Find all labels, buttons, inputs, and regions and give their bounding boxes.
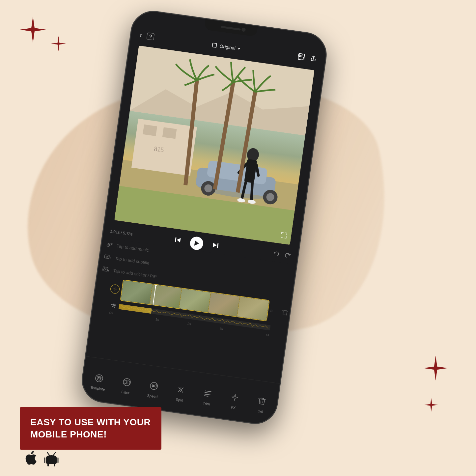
time-display: 1.01s / 5.78s	[110, 229, 140, 237]
svg-rect-8	[143, 125, 157, 136]
split-icon	[173, 382, 188, 397]
svg-rect-3	[299, 56, 304, 59]
svg-text:+: +	[107, 268, 110, 273]
svg-rect-9	[162, 127, 177, 139]
undo-redo-buttons	[272, 250, 292, 260]
fx-label: FX	[231, 405, 236, 410]
svg-text:+: +	[109, 256, 112, 261]
toolbar-fx[interactable]: FX	[227, 390, 242, 410]
svg-point-46	[126, 380, 130, 384]
template-label: Template	[90, 385, 105, 391]
aspect-icon	[211, 42, 217, 48]
trim-label: Trim	[203, 401, 210, 406]
back-icon[interactable]: ‹	[139, 30, 143, 40]
add-clip-button[interactable]: +	[110, 284, 120, 294]
toolbar-template[interactable]: Template	[90, 371, 107, 391]
redo-button[interactable]	[284, 252, 292, 261]
chevron-down-icon: ▾	[238, 46, 240, 51]
subtitle-icon: +	[102, 251, 113, 263]
toolbar-trim[interactable]: Trim	[200, 386, 215, 406]
svg-marker-34	[212, 242, 217, 247]
speed-icon	[146, 378, 161, 393]
skip-forward-button[interactable]	[211, 241, 219, 250]
svg-line-53	[261, 400, 261, 403]
toolbar-split[interactable]: Split	[173, 382, 188, 403]
toolbar-delete[interactable]: Del	[254, 394, 269, 414]
music-icon: +	[104, 239, 115, 250]
svg-line-50	[205, 392, 209, 393]
speed-label: Speed	[147, 393, 158, 399]
video-preview: 815	[114, 45, 314, 245]
svg-line-37	[106, 256, 108, 256]
scene-svg: 815	[114, 45, 314, 245]
fx-icon	[227, 390, 242, 405]
svg-line-51	[205, 394, 210, 395]
share-icon[interactable]	[309, 54, 318, 64]
svg-rect-36	[104, 255, 109, 259]
svg-line-38	[105, 257, 107, 257]
svg-line-52	[205, 396, 208, 396]
android-icon	[43, 451, 59, 468]
svg-line-60	[53, 453, 55, 455]
svg-rect-0	[212, 43, 217, 47]
sticker-icon: +	[100, 264, 111, 275]
skip-back-button[interactable]	[174, 236, 181, 245]
top-bar-center[interactable]: Original ▾	[211, 42, 240, 51]
help-icon[interactable]: ?	[147, 32, 155, 40]
fullscreen-button[interactable]	[280, 232, 288, 240]
sparkle-top-left-small	[51, 36, 66, 51]
template-icon	[92, 371, 106, 386]
track-options-icon[interactable]: ≡	[270, 308, 274, 314]
filter-label: Filter	[121, 390, 130, 395]
play-button[interactable]	[189, 236, 204, 250]
promo-box: EASY TO USE WITH YOUR MOBILE PHONE!	[20, 407, 161, 450]
svg-rect-33	[217, 243, 218, 248]
filter-icon	[119, 375, 134, 390]
top-bar-left: ‹ ?	[139, 30, 155, 41]
undo-button[interactable]	[272, 250, 280, 259]
sparkle-bottom-right-large	[423, 356, 448, 380]
svg-text:815: 815	[154, 145, 164, 154]
os-icons	[23, 450, 59, 469]
sparkle-top-left-large	[20, 16, 46, 43]
svg-text:+: +	[111, 241, 113, 246]
save-icon[interactable]	[297, 52, 306, 62]
svg-line-49	[205, 391, 211, 392]
sparkle-bottom-right-small	[424, 398, 438, 412]
svg-line-54	[263, 401, 263, 403]
delete-icon	[254, 394, 269, 408]
promo-line2: MOBILE PHONE!	[30, 429, 107, 439]
svg-marker-32	[194, 240, 199, 246]
apple-icon	[23, 450, 37, 469]
phone-speaker	[221, 26, 241, 30]
promo-line1: EASY TO USE WITH YOUR	[30, 417, 151, 427]
trim-icon	[200, 386, 215, 401]
delete-label: Del	[257, 409, 263, 413]
toolbar-filter[interactable]: Filter	[119, 375, 134, 395]
svg-marker-31	[176, 238, 181, 242]
delete-track-button[interactable]	[282, 309, 289, 317]
promo-text: EASY TO USE WITH YOUR MOBILE PHONE!	[30, 416, 151, 440]
svg-line-59	[47, 453, 49, 455]
split-label: Split	[176, 397, 183, 402]
volume-icon	[110, 303, 117, 309]
svg-rect-30	[175, 237, 176, 242]
toolbar-speed[interactable]: Speed	[146, 378, 161, 399]
top-bar-right	[297, 52, 318, 64]
aspect-label: Original	[219, 43, 236, 51]
phone-camera	[241, 27, 246, 32]
svg-point-43	[95, 374, 103, 382]
svg-rect-2	[299, 53, 302, 56]
